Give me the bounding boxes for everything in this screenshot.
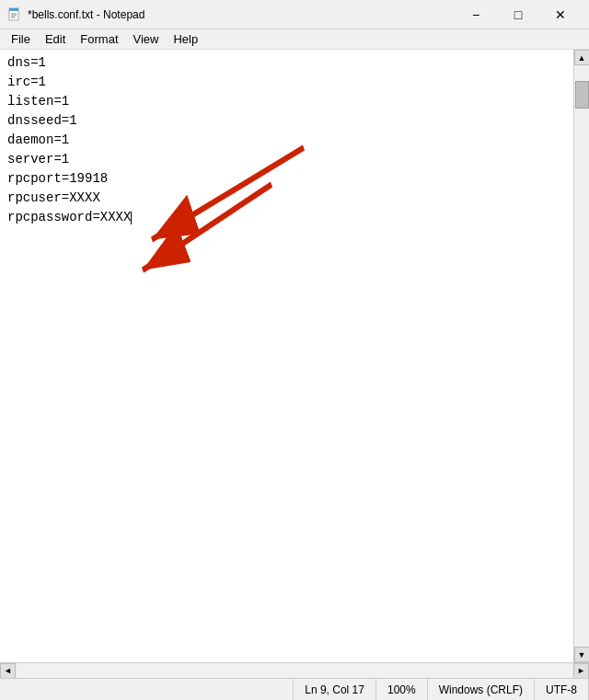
vertical-scrollbar[interactable]: ▲ ▼ bbox=[573, 50, 589, 662]
scroll-thumb[interactable] bbox=[575, 81, 589, 109]
encoding[interactable]: UTF-8 bbox=[535, 679, 589, 700]
menu-bar: File Edit Format View Help bbox=[0, 29, 589, 50]
status-spacer bbox=[0, 679, 294, 700]
status-bar: Ln 9, Col 17 100% Windows (CRLF) UTF-8 bbox=[0, 678, 589, 700]
menu-file[interactable]: File bbox=[4, 30, 38, 48]
maximize-button[interactable]: □ bbox=[497, 0, 539, 29]
editor-container: dns=1 irc=1 listen=1 dnsseed=1 daemon=1 … bbox=[0, 50, 589, 678]
horizontal-scrollbar[interactable]: ◄ ► bbox=[0, 662, 589, 678]
scroll-down-button[interactable]: ▼ bbox=[574, 647, 590, 662]
window-title: *bells.conf.txt - Notepad bbox=[28, 8, 455, 21]
editor-content[interactable]: dns=1 irc=1 listen=1 dnsseed=1 daemon=1 … bbox=[0, 50, 589, 662]
editor-scroll[interactable]: dns=1 irc=1 listen=1 dnsseed=1 daemon=1 … bbox=[0, 50, 589, 662]
close-button[interactable]: ✕ bbox=[539, 0, 582, 29]
scroll-h-track bbox=[16, 663, 573, 678]
app-icon bbox=[7, 7, 22, 22]
title-bar: *bells.conf.txt - Notepad − □ ✕ bbox=[0, 0, 589, 29]
scroll-left-button[interactable]: ◄ bbox=[0, 663, 16, 679]
menu-view[interactable]: View bbox=[126, 30, 167, 48]
text-cursor bbox=[131, 212, 132, 224]
svg-rect-1 bbox=[9, 8, 18, 11]
scroll-up-button[interactable]: ▲ bbox=[574, 50, 590, 65]
menu-format[interactable]: Format bbox=[73, 30, 125, 48]
window-controls: − □ ✕ bbox=[455, 0, 582, 29]
zoom-level: 100% bbox=[376, 679, 428, 700]
line-ending[interactable]: Windows (CRLF) bbox=[428, 679, 535, 700]
menu-edit[interactable]: Edit bbox=[38, 30, 73, 48]
minimize-button[interactable]: − bbox=[455, 0, 497, 29]
cursor-position: Ln 9, Col 17 bbox=[294, 679, 376, 700]
menu-help[interactable]: Help bbox=[166, 30, 205, 48]
scroll-right-button[interactable]: ► bbox=[573, 663, 589, 679]
